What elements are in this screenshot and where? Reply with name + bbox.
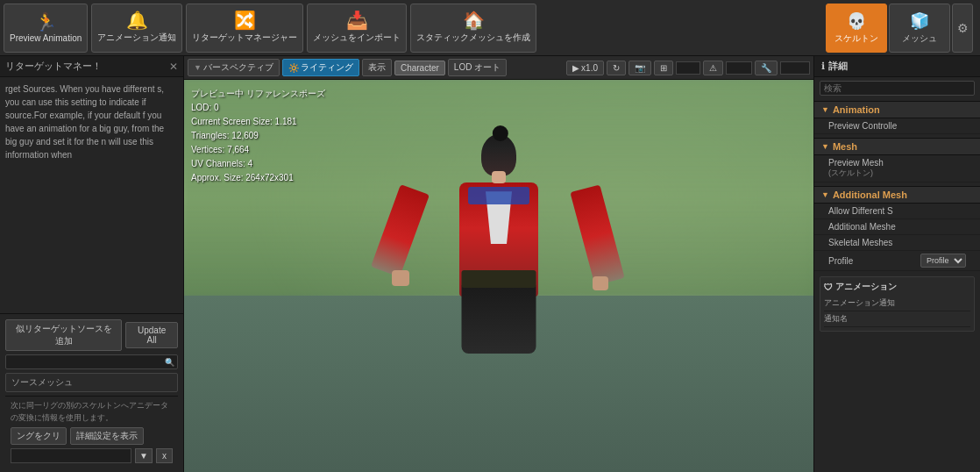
overlay-title: プレビュー中 リファレンスポーズ	[191, 87, 325, 101]
overlay-lod: LOD: 0	[191, 101, 325, 115]
tab-mesh[interactable]: 🧊 メッシュ	[889, 4, 950, 53]
import-mesh-button[interactable]: 📥 メッシュをインポート	[307, 4, 407, 53]
clear-button[interactable]: ングをクリ	[11, 427, 67, 445]
char-belt	[462, 270, 536, 288]
warning-icon: ⚠	[709, 63, 717, 73]
description-text: rget Sources. When you have different s,…	[5, 82, 178, 161]
overlay-triangles: Triangles: 12,609	[191, 129, 325, 143]
char-right-hand	[593, 276, 608, 290]
add-source-button[interactable]: 似リターゲットソースを追加	[5, 319, 122, 351]
retarget-manager-button[interactable]: 🔀 リターゲットマネージャー	[186, 4, 303, 53]
settings-gear-icon: ⚙	[957, 21, 969, 35]
left-panel: リターゲットマネー！ ✕ rget Sources. When you have…	[0, 56, 184, 472]
profile-select[interactable]: Profile	[920, 254, 966, 268]
camera-icon: 📷	[635, 63, 645, 73]
char-skirt	[462, 283, 536, 354]
top-toolbar: 🏃 Preview Animation 🔔 アニメーション通知 🔀 リターゲット…	[0, 0, 980, 56]
right-search-input[interactable]	[820, 81, 975, 96]
character-button[interactable]: Character	[394, 61, 445, 75]
opacity-input[interactable]: 0.25	[780, 61, 810, 75]
create-static-label: スタティックメッシュを作成	[416, 32, 530, 44]
scene-overlay: プレビュー中 リファレンスポーズ LOD: 0 Current Screen S…	[191, 87, 325, 185]
anim-section-label: アニメーション	[835, 281, 897, 293]
skeletal-meshes-item: Skeletal Meshes	[814, 235, 980, 251]
grid-icon: ⊞	[660, 63, 667, 73]
bottom-dropdown-button[interactable]: ▼	[135, 448, 153, 463]
animation-section-header[interactable]: ▼ Animation	[814, 101, 980, 118]
snap-icon: 🔧	[761, 63, 771, 73]
mesh-tab-label: メッシュ	[902, 32, 937, 45]
anim-notification-button[interactable]: 🔔 アニメーション通知	[91, 4, 182, 53]
preview-mesh-sublabel: (スケルトン)	[828, 168, 884, 179]
house-icon: 🏠	[463, 11, 485, 29]
mesh-section: ▼ Mesh Preview Mesh (スケルトン)	[814, 136, 980, 184]
allow-different-label: Allow Different S	[828, 206, 893, 216]
left-panel-header: リターゲットマネー！ ✕	[0, 56, 183, 77]
additional-meshes-item: Additional Meshe	[814, 219, 980, 235]
preview-mesh-label: Preview Mesh	[828, 158, 884, 168]
preview-animation-label: Preview Animation	[10, 33, 82, 43]
mesh-section-label: Mesh	[833, 141, 857, 152]
skeleton-mesh-tabs: 💀 スケルトン 🧊 メッシュ ⚙	[826, 4, 973, 53]
profile-label: Profile	[828, 256, 853, 266]
source-search-input[interactable]	[5, 354, 178, 369]
additional-mesh-section-header[interactable]: ▼ Additional Mesh	[814, 186, 980, 204]
preview-controller-item: Preview Controlle	[814, 118, 980, 134]
preview-animation-button[interactable]: 🏃 Preview Animation	[4, 4, 88, 53]
character-label: Character	[401, 63, 439, 73]
settings-icon-button[interactable]: ⚙	[952, 4, 973, 53]
create-static-button[interactable]: 🏠 スタティックメッシュを作成	[410, 4, 536, 53]
lod-label: LOD オート	[454, 61, 501, 74]
snap-button[interactable]: 🔧	[755, 61, 778, 75]
rotate-button[interactable]: ↻	[607, 61, 626, 75]
additional-mesh-section-label: Additional Mesh	[833, 190, 907, 200]
viewport-toolbar: ▼ バースペクティブ 🔆 ライティング 表示 Character LOD オート…	[184, 56, 813, 80]
lod-button[interactable]: LOD オート	[448, 59, 507, 76]
preview-controller-label: Preview Controlle	[828, 121, 897, 131]
search-wrap: 🔍	[5, 354, 178, 369]
clear-details-row: ングをクリ 詳細設定を表示	[11, 427, 173, 445]
anim-section-title: 🛡 アニメーション	[824, 281, 970, 293]
anim-notification-label: アニメーション通知	[97, 32, 176, 44]
grid-button[interactable]: ⊞	[654, 61, 673, 75]
arrow-down-icon: ▼	[194, 63, 202, 72]
overlay-screensize: Current Screen Size: 1.181	[191, 115, 325, 129]
mesh-section-header[interactable]: ▼ Mesh	[814, 138, 980, 155]
bottom-text-input[interactable]	[11, 448, 131, 463]
retarget-note-text: 次に同一リグの別のスケルトンへアニデータの変換に情報を使用します。	[11, 400, 173, 424]
skeletal-meshes-label: Skeletal Meshes	[828, 238, 892, 247]
show-button[interactable]: 表示	[362, 59, 392, 76]
tab-skeleton[interactable]: 💀 スケルトン	[826, 4, 887, 53]
profile-item: Profile Profile	[814, 251, 980, 271]
anim-notif-name-row: 通知名	[824, 311, 970, 327]
scale-label: x1.0	[581, 63, 598, 73]
left-panel-title: リターゲットマネー！	[5, 60, 102, 73]
details-button[interactable]: 詳細設定を表示	[70, 427, 144, 445]
char-scarf	[468, 187, 529, 204]
char-hair-bun	[493, 125, 508, 141]
import-icon: 📥	[346, 11, 368, 29]
lighting-button[interactable]: 🔆 ライティング	[282, 59, 359, 76]
import-mesh-label: メッシュをインポート	[313, 32, 401, 44]
grid-size-input[interactable]: 10	[676, 61, 700, 75]
close-panel-button[interactable]: ✕	[169, 61, 178, 73]
perspective-label: バースペクティブ	[203, 61, 273, 74]
mesh-collapse-arrow-icon: ▼	[821, 142, 829, 151]
animation-section-label: Animation	[833, 104, 880, 115]
scale-button[interactable]: ▶ x1.0	[566, 61, 604, 75]
update-all-button[interactable]: Update All	[125, 322, 178, 348]
additional-meshes-label: Additional Meshe	[828, 222, 896, 232]
main-area: リターゲットマネー！ ✕ rget Sources. When you have…	[0, 56, 980, 472]
bottom-x-button[interactable]: x	[156, 448, 173, 463]
camera-button[interactable]: 📷	[628, 61, 651, 75]
char-left-hand	[392, 270, 409, 286]
info-icon: ℹ	[821, 61, 825, 72]
add-source-row: 似リターゲットソースを追加 Update All	[5, 319, 178, 351]
lighting-label: ライティング	[301, 61, 353, 74]
retarget-manager-label: リターゲットマネージャー	[192, 32, 297, 44]
anim-notification-section: 🛡 アニメーション アニメーション通知 通知名	[820, 276, 975, 332]
angle-input[interactable]: 10°	[726, 61, 752, 75]
warning-button[interactable]: ⚠	[703, 61, 723, 75]
scale-icon: ▶	[572, 63, 579, 73]
perspective-dropdown-button[interactable]: ▼ バースペクティブ	[188, 59, 280, 76]
